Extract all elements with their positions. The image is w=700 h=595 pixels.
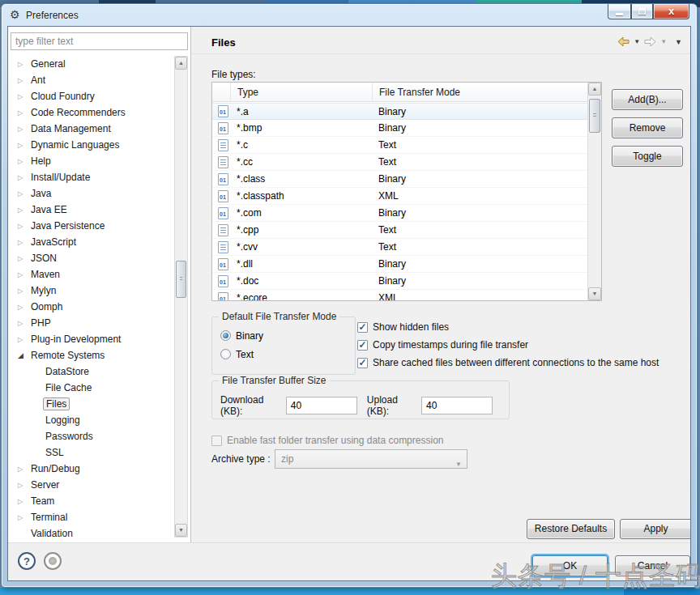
radio-icon[interactable] bbox=[220, 349, 231, 359]
collapsed-arrow-icon[interactable]: ▷ bbox=[18, 61, 31, 68]
sidebar-item-passwords[interactable]: Passwords bbox=[8, 428, 173, 444]
radio-option-text[interactable]: Text bbox=[212, 346, 355, 363]
table-row-ecore[interactable]: 01*.ecoreXML bbox=[212, 290, 587, 300]
collapsed-arrow-icon[interactable]: ▷ bbox=[18, 142, 31, 149]
checkbox-copy-timestamps-during-file-transfer[interactable]: ✓Copy timestamps during file transfer bbox=[357, 336, 659, 354]
table-scrollbar-thumb[interactable] bbox=[589, 99, 600, 133]
maximize-button[interactable] bbox=[631, 4, 653, 19]
sidebar-item-help[interactable]: ▷Help bbox=[8, 153, 173, 169]
download-kb-input[interactable] bbox=[286, 397, 357, 414]
collapsed-arrow-icon[interactable]: ▷ bbox=[18, 239, 31, 246]
sidebar-item-json[interactable]: ▷JSON bbox=[8, 250, 173, 266]
remove-button[interactable]: Remove bbox=[612, 117, 683, 138]
sidebar-item-ssl[interactable]: SSL bbox=[8, 444, 173, 461]
sidebar-item-datastore[interactable]: DataStore bbox=[8, 363, 173, 380]
table-row-com[interactable]: 01*.comBinary bbox=[212, 205, 587, 222]
sidebar-item-team[interactable]: ▷Team bbox=[8, 493, 173, 509]
sidebar-item-remote-systems[interactable]: ◢Remote Systems bbox=[8, 347, 173, 363]
column-header-mode[interactable]: File Transfer Mode bbox=[372, 83, 587, 102]
sidebar-item-logging[interactable]: Logging bbox=[8, 412, 173, 428]
sidebar-item-install-update[interactable]: ▷Install/Update bbox=[8, 169, 173, 185]
sidebar-item-files[interactable]: Files bbox=[8, 396, 173, 412]
minimize-button[interactable] bbox=[608, 4, 631, 19]
table-row-a[interactable]: 01*.aBinary bbox=[212, 103, 587, 120]
collapsed-arrow-icon[interactable]: ▷ bbox=[18, 465, 31, 473]
sidebar-item-general[interactable]: ▷General bbox=[8, 56, 173, 72]
toggle-button[interactable]: Toggle bbox=[612, 146, 683, 167]
sidebar-item-data-management[interactable]: ▷Data Management bbox=[8, 121, 173, 137]
table-row-cpp[interactable]: *.cppText bbox=[212, 222, 587, 239]
collapsed-arrow-icon[interactable]: ▷ bbox=[18, 206, 31, 214]
sidebar-item-cloud-foundry[interactable]: ▷Cloud Foundry bbox=[8, 88, 173, 104]
collapsed-arrow-icon[interactable]: ▷ bbox=[18, 304, 31, 311]
sidebar-item-dynamic-languages[interactable]: ▷Dynamic Languages bbox=[8, 137, 173, 153]
close-button[interactable]: x bbox=[653, 4, 689, 19]
collapsed-arrow-icon[interactable]: ▷ bbox=[18, 223, 31, 230]
collapsed-arrow-icon[interactable]: ▷ bbox=[18, 255, 31, 262]
scroll-up-icon[interactable]: ▲ bbox=[588, 83, 601, 96]
sidebar-item-java-ee[interactable]: ▷Java EE bbox=[8, 202, 173, 218]
sidebar-item-file-cache[interactable]: File Cache bbox=[8, 380, 173, 396]
collapsed-arrow-icon[interactable]: ▷ bbox=[18, 336, 31, 343]
checkbox-share-cached-files-between-different-connections-to-the-same-host[interactable]: ✓Share cached files between different co… bbox=[357, 354, 659, 372]
sidebar-item-ant[interactable]: ▷Ant bbox=[8, 72, 173, 88]
apply-button[interactable]: Apply bbox=[620, 519, 691, 539]
sidebar-item-maven[interactable]: ▷Maven bbox=[8, 266, 173, 283]
restore-defaults-button[interactable]: Restore Defaults bbox=[527, 519, 615, 539]
collapsed-arrow-icon[interactable]: ▷ bbox=[18, 125, 31, 133]
collapsed-arrow-icon[interactable]: ▷ bbox=[18, 158, 31, 165]
checkbox-show-hidden-files[interactable]: ✓Show hidden files bbox=[357, 318, 659, 336]
table-row-bmp[interactable]: 01*.bmpBinary bbox=[212, 120, 587, 137]
record-icon[interactable] bbox=[44, 552, 62, 570]
titlebar[interactable]: ⚙ Preferences x bbox=[2, 4, 697, 26]
scroll-down-icon[interactable]: ▼ bbox=[588, 287, 601, 300]
file-types-table[interactable]: Type File Transfer Mode 01*.aBinary01*.b… bbox=[211, 82, 602, 301]
collapsed-arrow-icon[interactable]: ▷ bbox=[18, 271, 31, 278]
sidebar-item-mylyn[interactable]: ▷Mylyn bbox=[8, 283, 173, 299]
forward-history-dropdown-icon[interactable]: ▼ bbox=[660, 38, 667, 45]
table-row-classpath[interactable]: 01*.classpathXML bbox=[212, 188, 587, 205]
collapsed-arrow-icon[interactable]: ▷ bbox=[18, 93, 31, 100]
collapsed-arrow-icon[interactable]: ▷ bbox=[18, 482, 31, 489]
sidebar-item-terminal[interactable]: ▷Terminal bbox=[8, 509, 173, 525]
collapsed-arrow-icon[interactable]: ▷ bbox=[18, 174, 31, 181]
upload-kb-input[interactable] bbox=[421, 397, 493, 414]
table-row-doc[interactable]: 01*.docBinary bbox=[212, 273, 587, 290]
checkbox-icon[interactable]: ✓ bbox=[357, 322, 368, 333]
checkbox-icon[interactable]: ✓ bbox=[357, 358, 368, 368]
sidebar-item-javascript[interactable]: ▷JavaScript bbox=[8, 234, 173, 250]
view-menu-icon[interactable]: ▼ bbox=[675, 38, 682, 46]
back-history-dropdown-icon[interactable]: ▼ bbox=[634, 38, 640, 45]
sidebar-item-validation[interactable]: Validation bbox=[8, 525, 173, 541]
collapsed-arrow-icon[interactable]: ▷ bbox=[18, 287, 31, 295]
table-row-cvv[interactable]: *.cvvText bbox=[212, 239, 587, 256]
collapsed-arrow-icon[interactable]: ▷ bbox=[18, 498, 31, 505]
table-row-cc[interactable]: *.ccText bbox=[212, 154, 587, 171]
collapsed-arrow-icon[interactable]: ▷ bbox=[18, 109, 31, 117]
back-arrow-icon[interactable] bbox=[617, 36, 630, 48]
collapsed-arrow-icon[interactable]: ▷ bbox=[18, 514, 31, 521]
collapsed-arrow-icon[interactable]: ▷ bbox=[18, 320, 31, 327]
sidebar-item-plug-in-development[interactable]: ▷Plug-in Development bbox=[8, 331, 173, 347]
checkbox-icon[interactable]: ✓ bbox=[357, 340, 368, 351]
tree-scrollbar-thumb[interactable] bbox=[176, 261, 186, 298]
add-button[interactable]: Add(B)... bbox=[612, 89, 683, 110]
forward-arrow-icon[interactable] bbox=[643, 36, 657, 48]
sidebar-item-java-persistence[interactable]: ▷Java Persistence bbox=[8, 218, 173, 234]
collapsed-arrow-icon[interactable]: ▷ bbox=[18, 190, 31, 198]
radio-option-binary[interactable]: Binary bbox=[212, 327, 355, 344]
expanded-arrow-icon[interactable]: ◢ bbox=[18, 351, 31, 359]
tree-scrollbar[interactable]: ▲ ▼ bbox=[174, 56, 188, 538]
sidebar-item-oomph[interactable]: ▷Oomph bbox=[8, 299, 173, 315]
filter-input[interactable] bbox=[11, 32, 188, 50]
radio-icon[interactable] bbox=[220, 330, 231, 341]
table-scrollbar[interactable]: ▲ ▼ bbox=[587, 83, 601, 300]
table-row-c[interactable]: *.cText bbox=[212, 137, 587, 154]
table-row-class[interactable]: 01*.classBinary bbox=[212, 171, 587, 188]
sidebar-item-java[interactable]: ▷Java bbox=[8, 185, 173, 202]
sidebar-item-run-debug[interactable]: ▷Run/Debug bbox=[8, 461, 173, 477]
sidebar-item-server[interactable]: ▷Server bbox=[8, 477, 173, 493]
sidebar-item-php[interactable]: ▷PHP bbox=[8, 315, 173, 331]
column-header-type[interactable]: Type bbox=[230, 83, 372, 102]
help-icon[interactable]: ? bbox=[18, 552, 36, 570]
